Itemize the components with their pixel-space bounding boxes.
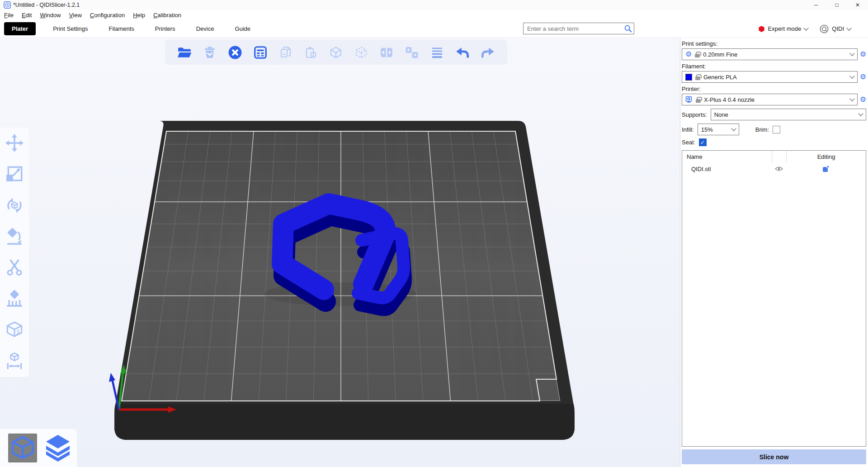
undo-button[interactable] [455, 45, 470, 60]
split-parts-icon [405, 45, 419, 60]
filament-combo[interactable]: Generic PLA [682, 71, 858, 83]
plater-toolbar [165, 40, 507, 65]
chevron-down-icon [849, 51, 854, 56]
brim-label: Brim: [755, 126, 769, 133]
minimize-button[interactable]: ─ [806, 0, 826, 10]
remove-instance-button[interactable] [354, 45, 369, 60]
add-instance-cube-icon [329, 46, 343, 59]
rotate-button[interactable] [5, 195, 24, 215]
tab-guide[interactable]: Guide [235, 25, 250, 32]
menu-configuration-rest: onfiguration [94, 12, 125, 19]
menu-view-key: V [69, 12, 73, 19]
delete-all-button[interactable] [227, 45, 243, 60]
menu-window-key: W [40, 12, 45, 19]
tab-plater[interactable]: Plater [4, 22, 36, 35]
chevron-down-icon [846, 25, 851, 30]
delete-button[interactable] [202, 45, 217, 60]
infill-combo[interactable]: 15% [698, 124, 739, 135]
menu-help-key: H [133, 12, 137, 19]
printer-gear-button[interactable]: ⚙ [860, 96, 866, 103]
maximize-button[interactable]: □ [826, 0, 847, 10]
scale-button[interactable] [5, 164, 24, 184]
tab-device[interactable]: Device [196, 25, 214, 32]
remove-instance-cube-icon [354, 46, 368, 59]
paste-icon [304, 46, 318, 59]
sidebar-settings: Print settings: ⚙ 0.20mm Fine ⚙ Filament… [680, 38, 868, 467]
printer-icon [685, 96, 693, 103]
object-name: QIDI.stl [682, 166, 772, 172]
editor-cube-icon [8, 434, 37, 462]
tabbar-right-controls: Expert mode QIDI [758, 20, 851, 38]
column-editing: Editing [786, 151, 866, 162]
delete-all-icon [228, 45, 242, 60]
trash-icon [203, 46, 217, 59]
chevron-down-icon [849, 96, 854, 101]
mode-selector[interactable]: Expert mode [758, 25, 808, 33]
preview-view-button[interactable] [43, 434, 72, 462]
split-objects-icon [379, 45, 394, 60]
supports-label: Supports: [682, 111, 707, 118]
search-box [523, 23, 634, 34]
menu-help[interactable]: Help [129, 10, 149, 20]
slice-now-button[interactable]: Slice now [682, 449, 866, 464]
move-button[interactable] [5, 133, 24, 153]
tab-filaments[interactable]: Filaments [108, 25, 134, 32]
menu-configuration[interactable]: Configuration [86, 10, 129, 20]
visibility-toggle[interactable] [772, 166, 786, 172]
menu-bar: File Edit Window View Configuration Help… [0, 10, 868, 20]
redo-button[interactable] [480, 45, 495, 60]
seam-painting-button[interactable] [5, 320, 24, 340]
menu-file-rest: ile [8, 12, 14, 19]
object-row[interactable]: QIDI.stl [682, 162, 866, 175]
place-on-face-button[interactable] [5, 227, 24, 247]
supports-icon [5, 290, 24, 309]
close-button[interactable]: ✕ [847, 0, 868, 10]
edit-object-button[interactable] [786, 165, 866, 172]
move-icon [5, 133, 24, 152]
account-menu[interactable]: QIDI [820, 24, 851, 33]
paste-button[interactable] [303, 45, 319, 60]
menu-view[interactable]: View [65, 10, 86, 20]
account-label: QIDI [832, 25, 844, 32]
menu-file[interactable]: File [0, 10, 18, 20]
arrange-button[interactable] [253, 45, 268, 60]
edit-icon [822, 165, 830, 172]
supports-value: None [714, 111, 728, 118]
expert-mode-icon [758, 25, 765, 33]
brim-checkbox[interactable] [773, 126, 780, 133]
filament-value: Generic PLA [703, 74, 737, 81]
seal-checkbox[interactable]: ✓ [699, 138, 707, 146]
filament-gear-button[interactable]: ⚙ [860, 73, 866, 81]
viewport-3d[interactable] [0, 38, 680, 467]
view-mode-toggles [0, 429, 77, 467]
split-to-parts-button[interactable] [404, 45, 420, 60]
copy-button[interactable] [278, 45, 293, 60]
printer-value: X-Plus 4 0.4 nozzle [704, 96, 755, 103]
editor-view-button[interactable] [8, 434, 37, 462]
tab-printers[interactable]: Printers [155, 25, 175, 32]
menu-calibration-key: C [153, 12, 157, 19]
menu-edit-key: E [22, 12, 26, 19]
search-icon[interactable] [624, 24, 632, 33]
split-to-objects-button[interactable] [379, 45, 394, 60]
menu-window[interactable]: Window [36, 10, 65, 20]
main-area: Print settings: ⚙ 0.20mm Fine ⚙ Filament… [0, 38, 868, 467]
tab-print-settings[interactable]: Print Settings [53, 25, 88, 32]
paint-supports-button[interactable] [5, 289, 24, 309]
menu-edit[interactable]: Edit [18, 10, 36, 20]
print-settings-combo[interactable]: ⚙ 0.20mm Fine [682, 48, 858, 60]
printer-combo[interactable]: X-Plus 4 0.4 nozzle [682, 94, 858, 105]
chevron-down-icon [804, 25, 809, 30]
eye-icon [775, 166, 783, 172]
cut-button[interactable] [5, 258, 24, 278]
preview-layers-icon [43, 433, 72, 463]
add-instance-button[interactable] [329, 45, 344, 60]
print-settings-gear-button[interactable]: ⚙ [860, 51, 866, 58]
menu-calibration[interactable]: Calibration [149, 10, 185, 20]
open-button[interactable] [177, 45, 192, 60]
measure-button[interactable] [5, 352, 24, 372]
variable-layer-height-button[interactable] [429, 45, 445, 60]
search-input[interactable] [523, 23, 634, 34]
lock-icon [695, 54, 700, 57]
supports-combo[interactable]: None [711, 109, 866, 120]
